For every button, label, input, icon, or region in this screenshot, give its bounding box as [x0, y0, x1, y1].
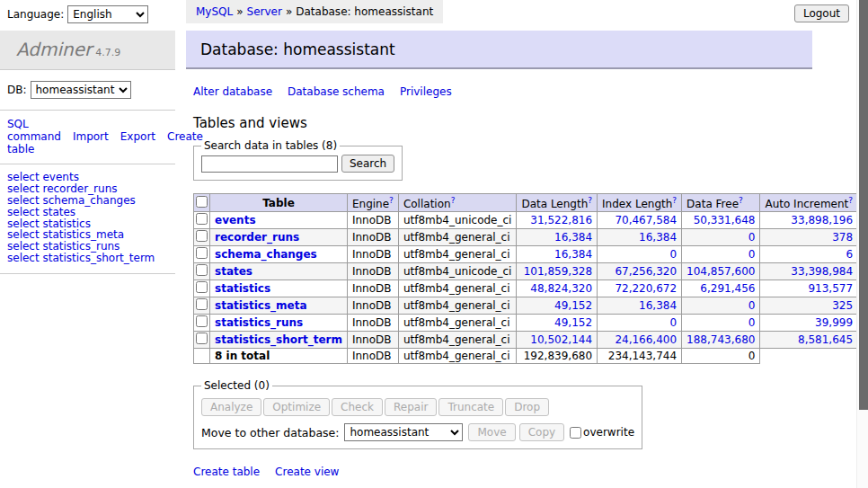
engine-cell: InnoDB — [347, 315, 398, 332]
index-length-link[interactable]: 16,384 — [639, 231, 677, 244]
auto-increment-link[interactable]: 913,577 — [808, 282, 853, 295]
index-length-link[interactable]: 67,256,320 — [615, 265, 677, 278]
row-checkbox-statistics-short-term[interactable] — [196, 333, 208, 344]
index-length-link[interactable]: 0 — [669, 248, 677, 261]
sidebar-select-link-select-states[interactable]: select states — [7, 207, 168, 218]
language-select[interactable]: English — [67, 5, 148, 23]
data-free-link[interactable]: 0 — [748, 248, 756, 261]
data-length-link[interactable]: 49,152 — [554, 299, 592, 312]
table-link-statistics-short-term[interactable]: statistics_short_term — [215, 333, 342, 346]
sidebar-link-import[interactable]: Import — [73, 130, 109, 143]
index-length-link[interactable]: 72,220,672 — [615, 282, 677, 295]
data-length-link[interactable]: 16,384 — [554, 231, 592, 244]
row-checkbox-states[interactable] — [196, 264, 208, 276]
move-database-select[interactable]: homeassistant — [344, 423, 463, 441]
table-row-recorder-runs: recorder_runsInnoDButf8mb4_general_ci16,… — [194, 229, 868, 246]
data-free-link[interactable]: 50,331,648 — [694, 214, 756, 226]
table-link-events[interactable]: events — [215, 214, 256, 226]
db-selector-row: DB:homeassistant — [0, 70, 175, 111]
data-free-link[interactable]: 104,857,600 — [686, 265, 755, 278]
select-all-checkbox[interactable] — [196, 196, 208, 208]
auto-increment-link[interactable]: 8,581,645 — [798, 333, 853, 346]
scrollbar-thumb[interactable] — [859, 0, 868, 410]
index-length-link[interactable]: 24,166,400 — [615, 333, 677, 346]
copy-button: Copy — [519, 423, 564, 441]
sidebar-link-export[interactable]: Export — [120, 130, 155, 143]
data-free-cell: 0 — [682, 246, 760, 263]
sidebar-select-link-select-statistics-short-term[interactable]: select statistics_short_term — [7, 253, 168, 264]
auto-increment-link[interactable]: 39,999 — [815, 316, 853, 329]
auto-increment-cell: 33,398,984 — [760, 263, 858, 280]
overwrite-option[interactable]: overwrite — [570, 426, 634, 439]
row-checkbox-statistics[interactable] — [196, 281, 208, 293]
breadcrumb-mysql-link[interactable]: MySQL — [196, 5, 233, 18]
auto-increment-link[interactable]: 378 — [832, 231, 853, 244]
search-input[interactable] — [201, 155, 338, 173]
help-link-data-length[interactable]: ? — [588, 196, 592, 205]
data-free-link[interactable]: 0 — [748, 299, 756, 312]
table-link-schema-changes[interactable]: schema_changes — [215, 248, 317, 261]
auto-increment-link[interactable]: 33,398,984 — [791, 265, 853, 278]
row-check-cell — [194, 280, 210, 297]
row-checkbox-events[interactable] — [196, 213, 208, 225]
row-checkbox-recorder-runs[interactable] — [196, 230, 208, 242]
help-link-data-free[interactable]: ? — [739, 196, 743, 205]
data-length-link[interactable]: 16,384 — [554, 248, 592, 261]
data-length-link[interactable]: 49,152 — [554, 316, 592, 329]
table-link-states[interactable]: states — [215, 265, 252, 278]
data-length-link[interactable]: 31,522,816 — [530, 214, 592, 226]
index-length-link[interactable]: 16,384 — [639, 299, 677, 312]
table-name-cell: statistics_runs — [210, 315, 348, 332]
data-free-link[interactable]: 6,291,456 — [700, 282, 755, 295]
language-label: Language: — [7, 8, 64, 21]
sidebar-link-sql-command[interactable]: SQL command — [7, 118, 61, 143]
tables-heading: Tables and views — [193, 115, 812, 131]
overwrite-checkbox[interactable] — [570, 427, 581, 439]
data-free-link[interactable]: 0 — [748, 231, 756, 244]
help-link-collation[interactable]: ? — [451, 196, 456, 205]
total-row: 8 in totalInnoDButf8mb4_general_ci192,83… — [194, 349, 868, 364]
data-length-link[interactable]: 101,859,328 — [524, 265, 592, 278]
collation-cell: utf8mb4_general_ci — [398, 246, 517, 263]
row-check-cell — [194, 229, 210, 246]
data-length-cell: 16,384 — [517, 229, 598, 246]
data-length-link[interactable]: 10,502,144 — [530, 333, 592, 346]
table-link-statistics[interactable]: statistics — [215, 282, 270, 295]
tables-overview-table: TableEngine?Collation?Data Length?Index … — [193, 193, 868, 364]
help-link-index-length[interactable]: ? — [672, 196, 677, 205]
data-length-link[interactable]: 48,824,320 — [530, 282, 592, 295]
help-link-auto-increment[interactable]: ? — [848, 196, 853, 205]
collation-cell: utf8mb4_general_ci — [398, 315, 517, 332]
data-free-link[interactable]: 0 — [748, 316, 756, 329]
auto-increment-link[interactable]: 6 — [846, 248, 853, 261]
data-free-link[interactable]: 188,743,680 — [686, 333, 755, 346]
overwrite-label: overwrite — [583, 426, 634, 439]
db-link-privileges[interactable]: Privileges — [400, 85, 452, 98]
table-link-statistics-meta[interactable]: statistics_meta — [215, 299, 307, 312]
breadcrumb-server-link[interactable]: Server — [247, 5, 282, 18]
help-link-engine[interactable]: ? — [389, 196, 394, 205]
row-checkbox-statistics-runs[interactable] — [196, 315, 208, 327]
table-link-statistics-runs[interactable]: statistics_runs — [215, 316, 303, 329]
collation-cell: utf8mb4_general_ci — [398, 297, 517, 315]
index-length-link[interactable]: 0 — [669, 316, 677, 329]
index-length-cell: 72,220,672 — [598, 280, 682, 297]
table-row-events: eventsInnoDButf8mb4_unicode_ci31,522,816… — [194, 212, 868, 229]
move-row: Move to other database: homeassistant Mo… — [201, 423, 634, 441]
index-length-link[interactable]: 70,467,584 — [615, 214, 677, 226]
auto-increment-link[interactable]: 33,898,196 — [791, 214, 853, 226]
vertical-scrollbar[interactable] — [856, 0, 868, 488]
auto-increment-link[interactable]: 325 — [832, 299, 853, 312]
move-buttons: MoveCopy — [468, 423, 568, 441]
sidebar-select-link-select-schema-changes[interactable]: select schema_changes — [7, 195, 168, 207]
db-select[interactable]: homeassistant — [31, 81, 131, 99]
row-checkbox-statistics-meta[interactable] — [196, 298, 208, 310]
create-link-create-table[interactable]: Create table — [193, 466, 260, 478]
row-checkbox-schema-changes[interactable] — [196, 247, 208, 259]
table-link-recorder-runs[interactable]: recorder_runs — [215, 231, 299, 244]
search-button[interactable]: Search — [341, 155, 394, 173]
db-link-database-schema[interactable]: Database schema — [288, 85, 385, 98]
db-link-alter-database[interactable]: Alter database — [193, 85, 272, 98]
create-link-create-view[interactable]: Create view — [275, 466, 339, 478]
column-header-auto-increment: Auto Increment? — [760, 194, 858, 212]
